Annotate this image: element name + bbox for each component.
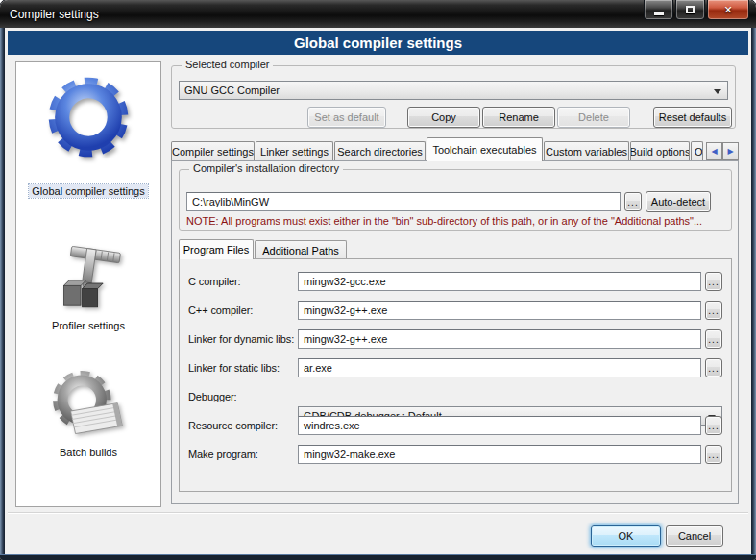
tab-scroll-left-button[interactable]: ◀ [706,142,722,160]
subtab-additional-paths[interactable]: Additional Paths [255,240,347,259]
window-border-left [0,28,5,554]
close-icon: ✕ [723,5,732,15]
minimize-icon [654,12,664,15]
c-compiler-browse-button[interactable]: ... [705,272,722,291]
tab-search-directories[interactable]: Search directories [334,141,426,161]
sidebar-item-profiler-settings[interactable]: Profiler settings [16,320,160,331]
sidebar-item-global-compiler-settings[interactable]: Global compiler settings [16,185,160,197]
c-compiler-label: C compiler: [188,276,241,287]
window-title: Compiler settings [10,8,99,21]
minimize-button[interactable] [644,0,673,20]
tab-build-options[interactable]: Build options [630,141,690,161]
make-program-input[interactable]: mingw32-make.exe [298,445,701,464]
resource-compiler-input[interactable]: windres.exe [298,416,701,435]
delete-button[interactable]: Delete [557,107,630,128]
ellipsis-icon: ... [708,421,719,431]
tab-scroll-right-button[interactable]: ▶ [722,142,739,160]
static-linker-label: Linker for static libs: [188,362,280,374]
install-dir-browse-button[interactable]: ... [624,192,642,211]
page-title: Global compiler settings [294,35,462,51]
ellipsis-icon: ... [627,197,638,207]
ellipsis-icon: ... [708,334,719,345]
static-linker-browse-button[interactable]: ... [705,358,722,377]
install-dir-input[interactable]: C:\raylib\MinGW [186,192,621,211]
dynamic-linker-browse-button[interactable]: ... [705,329,722,349]
ok-button[interactable]: OK [591,525,661,547]
settings-sidebar: Global compiler settings [15,61,161,507]
tab-compiler-settings[interactable]: Compiler settings [171,141,255,161]
cpp-compiler-browse-button[interactable]: ... [705,301,722,320]
cancel-button[interactable]: Cancel [666,525,723,547]
close-button[interactable]: ✕ [707,0,749,20]
maximize-button[interactable] [675,0,705,20]
blue-gear-icon[interactable] [16,72,160,162]
caliper-icon[interactable] [16,241,160,318]
resource-compiler-label: Resource compiler: [188,420,278,431]
title-bar[interactable]: Compiler settings [0,0,756,28]
resource-compiler-browse-button[interactable]: ... [705,416,722,435]
arrow-left-icon: ◀ [711,147,717,156]
debugger-label: Debugger: [188,391,236,402]
rename-button[interactable]: Rename [482,107,555,128]
ellipsis-icon: ... [708,363,719,374]
install-dir-legend: Compiler's installation directory [189,162,343,174]
maximize-icon [686,6,695,13]
dynamic-linker-input[interactable]: mingw32-g++.exe [298,329,701,349]
sidebar-item-batch-builds[interactable]: Batch builds [16,447,160,458]
window-border-right [751,28,756,554]
static-linker-input[interactable]: ar.exe [298,358,701,377]
window-border-bottom [0,554,756,560]
install-note: NOTE: All programs must exist either in … [186,215,720,227]
subtab-program-files[interactable]: Program Files [179,239,254,259]
gray-gear-stack-icon[interactable] [16,366,160,447]
ellipsis-icon: ... [708,450,719,460]
make-program-browse-button[interactable]: ... [705,445,722,464]
tab-other-settings-partial[interactable]: Other settings [691,141,703,161]
arrow-right-icon: ▶ [727,147,733,156]
cpp-compiler-input[interactable]: mingw32-g++.exe [298,301,701,320]
selected-compiler-legend: Selected compiler [182,59,273,70]
tab-toolchain-executables[interactable]: Toolchain executables [427,137,543,161]
compiler-settings-dialog: Compiler settings ✕ Global compiler sett… [0,0,756,560]
footer-divider [8,512,748,514]
c-compiler-input[interactable]: mingw32-gcc.exe [298,272,701,291]
auto-detect-button[interactable]: Auto-detect [646,191,711,212]
copy-button[interactable]: Copy [407,107,480,128]
make-program-label: Make program: [188,449,258,460]
cpp-compiler-label: C++ compiler: [188,304,253,316]
dynamic-linker-label: Linker for dynamic libs: [188,333,294,345]
ellipsis-icon: ... [708,305,719,316]
header-banner: Global compiler settings [8,31,748,55]
set-as-default-button[interactable]: Set as default [307,107,386,128]
ellipsis-icon: ... [708,277,719,287]
compiler-select[interactable]: GNU GCC Compiler [179,81,728,100]
tab-linker-settings[interactable]: Linker settings [256,141,333,161]
reset-defaults-button[interactable]: Reset defaults [653,107,732,128]
tab-custom-variables[interactable]: Custom variables [544,141,629,161]
dropdown-arrow-icon [714,89,721,94]
